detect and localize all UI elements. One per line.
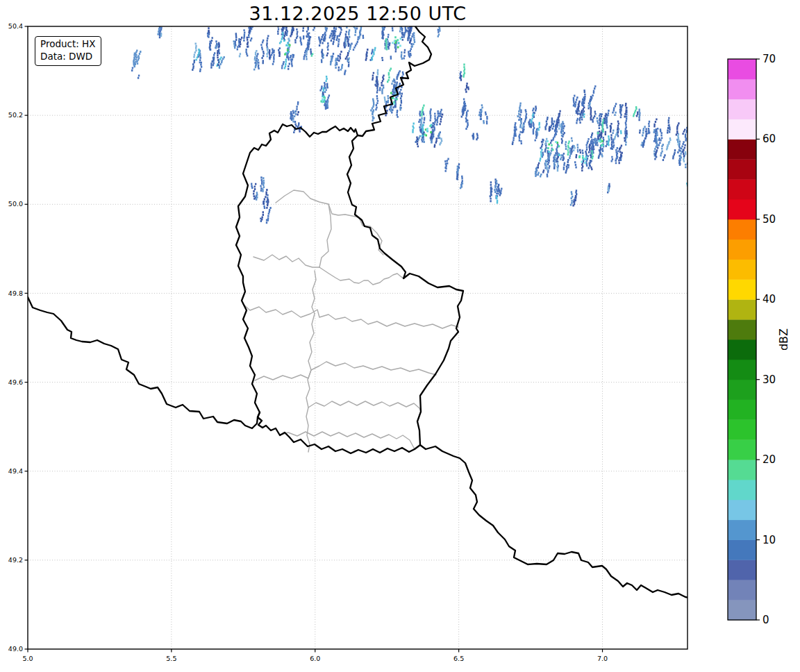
- y-tick-label: 50.2: [8, 111, 23, 119]
- admin-border: [255, 370, 311, 380]
- colorbar-segment: [728, 419, 756, 439]
- colorbar-tick-label: 50: [762, 213, 776, 226]
- colorbar-segment: [728, 580, 756, 600]
- colorbar-tick-label: 60: [762, 133, 776, 145]
- border-layer: [28, 26, 689, 598]
- colorbar-segment: [728, 460, 756, 480]
- colorbar-segment: [728, 560, 756, 580]
- x-tick-label: 5.0: [22, 655, 33, 662]
- colorbar-segment: [728, 600, 756, 620]
- y-tick-label: 49.2: [8, 556, 23, 564]
- axes-layer: 5.05.56.06.57.049.049.249.449.649.850.05…: [8, 22, 688, 662]
- colorbar-axis-label: dBZ: [777, 328, 790, 351]
- colorbar-segment: [728, 119, 756, 140]
- colorbar-segment: [728, 299, 756, 319]
- country-border: [236, 124, 463, 453]
- info-box-data-source: Data: DWD: [40, 51, 96, 63]
- colorbar-segment: [728, 480, 756, 500]
- radar-echo-pixels: [320, 36, 603, 158]
- colorbar-segment: [728, 439, 756, 460]
- y-tick-label: 50.4: [8, 22, 23, 30]
- colorbar-tick-label: 20: [762, 453, 776, 466]
- colorbar: 010203040506070dBZ: [728, 53, 790, 626]
- x-tick-label: 6.0: [310, 655, 320, 662]
- colorbar-segment: [728, 540, 756, 560]
- colorbar-tick-label: 30: [762, 373, 776, 386]
- colorbar-tick-label: 0: [762, 614, 769, 626]
- admin-border: [319, 267, 404, 285]
- radar-echo-pixels: [133, 15, 686, 206]
- y-tick-label: 49.0: [8, 645, 23, 653]
- colorbar-segment: [728, 199, 756, 219]
- radar-echo-pixels: [288, 37, 603, 164]
- colorbar-segment: [728, 59, 756, 79]
- admin-border: [311, 362, 436, 375]
- colorbar-segment: [728, 400, 756, 420]
- x-tick-label: 5.5: [166, 655, 176, 662]
- colorbar-segment: [728, 360, 756, 380]
- colorbar-segment: [728, 139, 756, 159]
- y-tick-label: 50.0: [8, 200, 23, 208]
- radar-map-plot: 5.05.56.06.57.049.049.249.449.649.850.05…: [0, 0, 800, 672]
- country-border: [28, 297, 260, 428]
- colorbar-segment: [728, 520, 756, 540]
- admin-border: [319, 204, 331, 267]
- y-tick-label: 49.6: [8, 378, 23, 386]
- admin-border: [306, 271, 316, 452]
- y-tick-label: 49.4: [8, 467, 23, 475]
- colorbar-segment: [728, 219, 756, 240]
- colorbar-tick-label: 10: [762, 534, 776, 546]
- colorbar-tick-label: 70: [762, 53, 776, 65]
- colorbar-segment: [728, 339, 756, 360]
- echo-layer: [131, 12, 691, 224]
- radar-figure: 31.12.2025 12:50 UTC Product: HX Data: D…: [0, 0, 800, 672]
- info-box-product: Product: HX: [40, 38, 96, 51]
- colorbar-segment: [728, 380, 756, 400]
- colorbar-segment: [728, 240, 756, 260]
- colorbar-segment: [728, 279, 756, 299]
- y-tick-label: 49.8: [8, 289, 23, 297]
- colorbar-segment: [728, 99, 756, 119]
- admin-border: [308, 401, 421, 412]
- colorbar-segment: [728, 500, 756, 520]
- admin-border: [276, 190, 383, 255]
- colorbar-segment: [728, 319, 756, 339]
- colorbar-tick-label: 40: [762, 293, 776, 305]
- info-box: Product: HX Data: DWD: [35, 36, 101, 66]
- x-tick-label: 6.5: [453, 655, 464, 662]
- grid-layer: [28, 26, 688, 649]
- country-border: [420, 445, 689, 598]
- admin-border: [243, 304, 458, 328]
- colorbar-segment: [728, 260, 756, 280]
- colorbar-segment: [728, 159, 756, 179]
- colorbar-segment: [728, 179, 756, 199]
- colorbar-segment: [728, 79, 756, 99]
- admin-border: [253, 255, 319, 267]
- x-tick-label: 7.0: [597, 655, 608, 662]
